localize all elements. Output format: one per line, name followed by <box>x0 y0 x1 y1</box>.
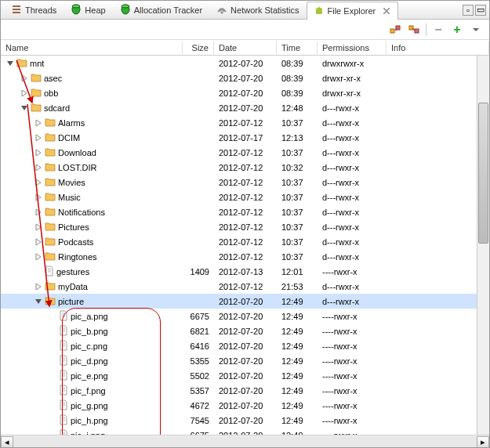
table-row[interactable]: pic_f.png53572012-07-2012:49----rwxr-x <box>1 383 489 398</box>
scrollbar-thumb[interactable] <box>478 103 488 244</box>
item-time: 12:49 <box>277 312 318 321</box>
expand-closed-icon[interactable] <box>34 179 42 186</box>
item-name: pic_e.png <box>71 371 108 381</box>
table-row[interactable]: Pictures2012-07-1210:37d---rwxr-x <box>1 219 489 234</box>
item-permissions: ----rwxr-x <box>318 327 387 336</box>
table-row[interactable]: pic_b.png68212012-07-2012:49----rwxr-x <box>1 323 489 338</box>
folder-icon <box>45 117 56 128</box>
network-icon <box>216 4 227 16</box>
tab-network[interactable]: Network Statistics <box>209 1 306 19</box>
expand-closed-icon[interactable] <box>34 208 42 216</box>
file-icon <box>59 414 68 427</box>
table-row[interactable]: pic_c.png64162012-07-2012:49----rwxr-x <box>1 338 489 353</box>
tab-allocation[interactable]: Allocation Tracker <box>113 1 209 19</box>
header-info[interactable]: Info <box>387 42 489 54</box>
table-row[interactable]: pic_h.png75452012-07-2012:49----rwxr-x <box>1 413 489 428</box>
item-date: 2012-07-20 <box>214 103 277 113</box>
table-row[interactable]: gestures14092012-07-1312:01----rwxr-x <box>1 264 489 279</box>
table-row[interactable]: mnt2012-07-2008:39drwxrwxr-x <box>1 56 489 70</box>
scroll-right-icon[interactable]: ▸ <box>477 436 489 449</box>
folder-icon <box>45 207 56 218</box>
table-row[interactable]: DCIM2012-07-1712:13d---rwxr-x <box>1 130 489 145</box>
horizontal-scrollbar[interactable]: ◂ ▸ <box>1 435 489 448</box>
folder-icon <box>16 58 27 69</box>
push-file-icon[interactable] <box>407 23 421 37</box>
item-time: 10:37 <box>277 237 318 247</box>
expand-closed-icon[interactable] <box>34 283 42 291</box>
svg-rect-8 <box>316 9 322 14</box>
item-time: 12:13 <box>277 133 318 143</box>
minimize-tab-icon[interactable]: ▫ <box>463 5 474 16</box>
android-icon <box>314 5 325 17</box>
item-name: mnt <box>30 59 44 68</box>
expand-open-icon[interactable] <box>20 104 28 112</box>
table-row[interactable]: pic_e.png55022012-07-2012:49----rwxr-x <box>1 368 489 383</box>
table-row[interactable]: picture2012-07-2012:49d---rwxr-x <box>1 294 489 309</box>
add-icon[interactable]: + <box>450 23 464 37</box>
expand-closed-icon[interactable] <box>20 89 28 97</box>
table-row[interactable]: pic_d.png53552012-07-2012:49----rwxr-x <box>1 353 489 368</box>
table-row[interactable]: Download2012-07-1210:37d---rwxr-x <box>1 145 489 160</box>
expand-open-icon[interactable] <box>6 60 14 67</box>
table-row[interactable]: myData2012-07-1221:53d---rwxr-x <box>1 279 489 294</box>
item-permissions: drwxr-xr-x <box>318 89 387 98</box>
expand-closed-icon[interactable] <box>34 193 42 201</box>
item-date: 2012-07-20 <box>214 341 277 351</box>
view-menu-icon[interactable] <box>469 23 483 37</box>
table-row[interactable]: Music2012-07-1210:37d---rwxr-x <box>1 190 489 204</box>
pull-file-icon[interactable] <box>388 23 402 37</box>
table-row[interactable]: Notifications2012-07-1210:37d---rwxr-x <box>1 204 489 219</box>
file-icon <box>59 370 68 382</box>
expand-closed-icon[interactable] <box>34 134 42 142</box>
vertical-scrollbar[interactable] <box>477 56 489 435</box>
folder-icon <box>45 296 56 307</box>
delete-icon[interactable]: − <box>431 23 445 37</box>
table-row[interactable]: pic_i.png66752012-07-2012:49----rwxr-x <box>1 428 489 435</box>
header-size[interactable]: Size <box>183 42 214 54</box>
expand-none <box>49 313 56 320</box>
table-row[interactable]: obb2012-07-2008:39drwxr-xr-x <box>1 85 489 100</box>
item-permissions: ----rwxr-x <box>318 267 387 276</box>
expand-none <box>49 372 56 380</box>
item-date: 2012-07-12 <box>214 237 277 247</box>
item-size: 5357 <box>183 386 214 396</box>
expand-closed-icon[interactable] <box>20 74 28 82</box>
item-date: 2012-07-17 <box>214 133 277 143</box>
table-row[interactable]: Ringtones2012-07-1210:37d---rwxr-x <box>1 249 489 264</box>
tab-file-explorer[interactable]: File Explorer <box>307 2 399 20</box>
item-name: pic_f.png <box>71 386 106 396</box>
expand-closed-icon[interactable] <box>34 253 42 261</box>
table-row[interactable]: asec2012-07-2008:39drwxr-xr-x <box>1 70 489 85</box>
table-row[interactable]: pic_g.png46722012-07-2012:49----rwxr-x <box>1 398 489 413</box>
table-row[interactable]: LOST.DIR2012-07-1210:32d---rwxr-x <box>1 160 489 175</box>
expand-closed-icon[interactable] <box>34 149 42 157</box>
item-time: 10:37 <box>277 193 318 202</box>
table-row[interactable]: Movies2012-07-1210:37d---rwxr-x <box>1 175 489 190</box>
table-row[interactable]: pic_a.png66752012-07-2012:49----rwxr-x <box>1 309 489 323</box>
expand-closed-icon[interactable] <box>34 119 42 127</box>
table-row[interactable]: Podcasts2012-07-1210:37d---rwxr-x <box>1 234 489 249</box>
expand-closed-icon[interactable] <box>34 238 42 246</box>
expand-closed-icon[interactable] <box>34 164 42 172</box>
close-icon[interactable] <box>382 6 391 16</box>
scroll-left-icon[interactable]: ◂ <box>1 436 13 449</box>
expand-closed-icon[interactable] <box>34 223 42 231</box>
expand-open-icon[interactable] <box>34 298 42 305</box>
item-permissions: d---rwxr-x <box>318 118 387 128</box>
item-date: 2012-07-20 <box>214 356 277 366</box>
file-icon <box>59 310 68 323</box>
header-date[interactable]: Date <box>214 42 277 54</box>
table-row[interactable]: sdcard2012-07-2012:48d---rwxr-x <box>1 100 489 115</box>
item-name: pic_c.png <box>71 341 107 351</box>
header-permissions[interactable]: Permissions <box>318 42 387 54</box>
tab-threads[interactable]: Threads <box>4 1 64 19</box>
file-icon <box>59 325 68 338</box>
item-permissions: ----rwxr-x <box>318 341 387 351</box>
tab-heap[interactable]: Heap <box>64 1 112 19</box>
header-name[interactable]: Name <box>1 42 183 54</box>
maximize-tab-icon[interactable]: ▭ <box>475 5 486 16</box>
scrollbar-track[interactable] <box>13 436 477 449</box>
table-row[interactable]: Alarms2012-07-1210:37d---rwxr-x <box>1 115 489 130</box>
header-time[interactable]: Time <box>277 42 318 54</box>
folder-icon <box>45 177 56 188</box>
